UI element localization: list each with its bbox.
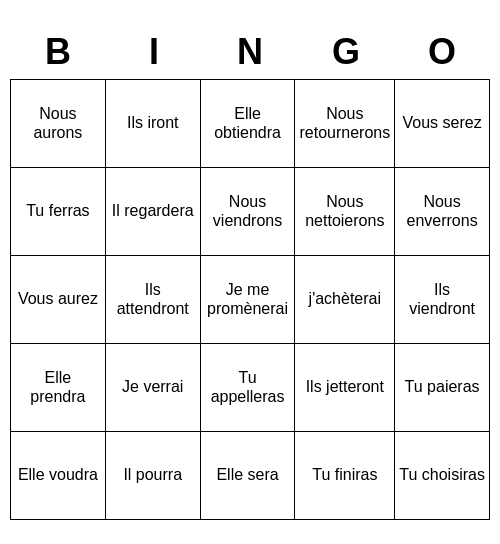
bingo-grid: Nous auronsIls irontElle obtiendraNous r… bbox=[10, 79, 490, 520]
bingo-cell: Tu choisiras bbox=[395, 432, 490, 520]
cell-text: Vous serez bbox=[403, 113, 482, 132]
header-letter: G bbox=[298, 25, 394, 79]
bingo-cell: Nous enverrons bbox=[395, 168, 490, 256]
bingo-cell: Tu finiras bbox=[295, 432, 395, 520]
cell-text: Nous enverrons bbox=[399, 192, 485, 230]
cell-text: Ils jetteront bbox=[306, 377, 384, 396]
bingo-cell: Tu paieras bbox=[395, 344, 490, 432]
cell-text: Tu choisiras bbox=[399, 465, 485, 484]
header-letter: B bbox=[10, 25, 106, 79]
bingo-cell: Ils viendront bbox=[395, 256, 490, 344]
cell-text: Elle sera bbox=[216, 465, 278, 484]
bingo-cell: Ils attendront bbox=[106, 256, 201, 344]
bingo-cell: Je verrai bbox=[106, 344, 201, 432]
bingo-cell: Ils iront bbox=[106, 80, 201, 168]
bingo-card: BINGO Nous auronsIls irontElle obtiendra… bbox=[10, 25, 490, 520]
cell-text: Je me promènerai bbox=[205, 280, 291, 318]
bingo-cell: Nous viendrons bbox=[201, 168, 296, 256]
bingo-header: BINGO bbox=[10, 25, 490, 79]
bingo-cell: Je me promènerai bbox=[201, 256, 296, 344]
bingo-cell: Il regardera bbox=[106, 168, 201, 256]
cell-text: Elle prendra bbox=[15, 368, 101, 406]
cell-text: Nous nettoierons bbox=[299, 192, 390, 230]
bingo-cell: Elle sera bbox=[201, 432, 296, 520]
bingo-cell: Elle voudra bbox=[11, 432, 106, 520]
cell-text: Elle voudra bbox=[18, 465, 98, 484]
bingo-cell: Nous aurons bbox=[11, 80, 106, 168]
cell-text: Ils attendront bbox=[110, 280, 196, 318]
cell-text: Tu appelleras bbox=[205, 368, 291, 406]
cell-text: Ils viendront bbox=[399, 280, 485, 318]
cell-text: Tu paieras bbox=[405, 377, 480, 396]
cell-text: Il pourra bbox=[123, 465, 182, 484]
bingo-cell: Il pourra bbox=[106, 432, 201, 520]
cell-text: j'achèterai bbox=[309, 289, 381, 308]
cell-text: Elle obtiendra bbox=[205, 104, 291, 142]
cell-text: Il regardera bbox=[112, 201, 194, 220]
cell-text: Ils iront bbox=[127, 113, 179, 132]
bingo-cell: Elle prendra bbox=[11, 344, 106, 432]
bingo-cell: Tu appelleras bbox=[201, 344, 296, 432]
bingo-cell: Nous nettoierons bbox=[295, 168, 395, 256]
cell-text: Tu finiras bbox=[312, 465, 377, 484]
cell-text: Nous viendrons bbox=[205, 192, 291, 230]
header-letter: I bbox=[106, 25, 202, 79]
cell-text: Nous retournerons bbox=[299, 104, 390, 142]
header-letter: N bbox=[202, 25, 298, 79]
bingo-cell: j'achèterai bbox=[295, 256, 395, 344]
cell-text: Tu ferras bbox=[26, 201, 89, 220]
bingo-cell: Vous aurez bbox=[11, 256, 106, 344]
bingo-cell: Tu ferras bbox=[11, 168, 106, 256]
cell-text: Vous aurez bbox=[18, 289, 98, 308]
cell-text: Je verrai bbox=[122, 377, 183, 396]
cell-text: Nous aurons bbox=[15, 104, 101, 142]
header-letter: O bbox=[394, 25, 490, 79]
bingo-cell: Ils jetteront bbox=[295, 344, 395, 432]
bingo-cell: Vous serez bbox=[395, 80, 490, 168]
bingo-cell: Nous retournerons bbox=[295, 80, 395, 168]
bingo-cell: Elle obtiendra bbox=[201, 80, 296, 168]
